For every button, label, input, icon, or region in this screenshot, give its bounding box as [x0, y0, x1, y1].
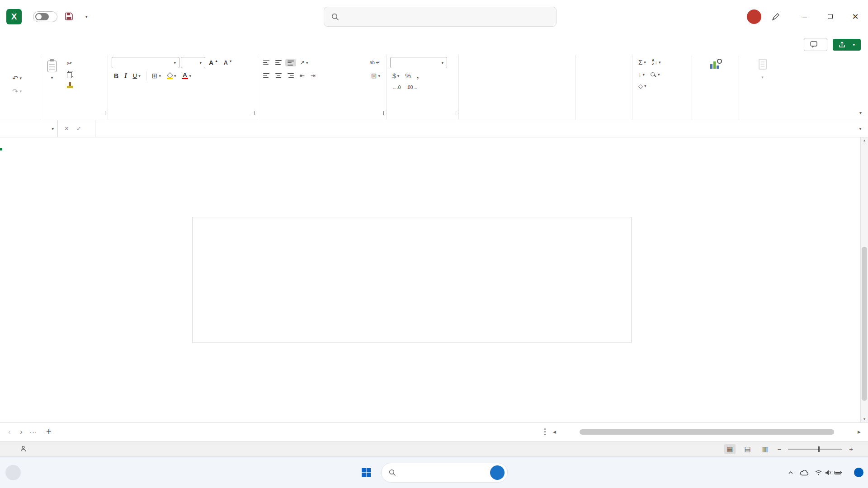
clear-button[interactable]: ◇▾ [636, 82, 649, 90]
undo-button[interactable]: ↶▾ [10, 73, 36, 84]
scroll-down-icon[interactable]: ▼ [863, 418, 866, 421]
scroll-left-icon[interactable]: ◀ [553, 430, 556, 434]
horizontal-scrollbar[interactable]: ◀ ▶ [544, 428, 861, 435]
percent-style-button[interactable]: % [403, 71, 413, 80]
vertical-scroll-thumb[interactable] [862, 247, 867, 401]
orientation-button[interactable]: ↗▾ [297, 58, 310, 67]
comments-button[interactable] [804, 38, 827, 51]
accounting-format-button[interactable]: $▾ [390, 71, 401, 80]
vertical-scrollbar[interactable]: ▲ ▼ [860, 137, 868, 422]
paste-button[interactable]: ▾ [44, 58, 60, 89]
bing-icon[interactable] [490, 465, 505, 480]
increase-indent-button[interactable]: ⇥ [308, 71, 318, 80]
sheet-nav-left-icon[interactable]: ‹ [4, 428, 15, 436]
borders-button[interactable]: ⊞▾ [150, 71, 163, 81]
collapse-ribbon-button[interactable]: ▾ [859, 110, 862, 115]
autosum-button[interactable]: Σ▾ [636, 57, 648, 67]
minimize-button[interactable]: – [792, 0, 817, 33]
widgets-icon[interactable] [5, 465, 21, 480]
share-button[interactable]: ▾ [833, 39, 861, 51]
onedrive-icon[interactable] [800, 469, 809, 476]
autosave-control[interactable] [29, 11, 57, 22]
zoom-slider[interactable] [788, 449, 842, 450]
tray-icon-group[interactable] [815, 469, 842, 476]
notification-badge[interactable] [854, 468, 863, 477]
document-title[interactable]: ▾ [81, 14, 88, 19]
accessibility-status[interactable] [20, 446, 30, 452]
align-left-button[interactable] [261, 72, 272, 80]
align-center-button[interactable] [273, 72, 284, 80]
chevron-down-icon: ▾ [761, 74, 764, 81]
align-top-button[interactable] [261, 59, 272, 66]
number-format-select[interactable]: ▾ [390, 57, 447, 68]
vertical-scroll-track[interactable] [861, 142, 868, 418]
analyze-data-button[interactable] [696, 56, 735, 73]
maximize-button[interactable] [817, 0, 843, 33]
number-dialog-launcher[interactable] [452, 111, 456, 115]
close-button[interactable]: ✕ [843, 0, 868, 33]
increase-decimal-button[interactable]: ←.0 [390, 84, 403, 91]
zoom-out-button[interactable]: – [778, 445, 781, 453]
cancel-icon[interactable]: ✕ [64, 125, 69, 132]
enter-icon[interactable]: ✓ [76, 125, 81, 132]
formula-input[interactable] [95, 120, 853, 137]
sheet-options-icon[interactable] [544, 428, 546, 435]
normal-view-button[interactable]: ▦ [724, 444, 735, 454]
cut-button[interactable]: ✂ [65, 59, 76, 68]
merge-center-button[interactable]: ⊞▾ [369, 71, 382, 81]
page-layout-view-button[interactable]: ▤ [742, 444, 753, 454]
align-right-button[interactable] [285, 72, 296, 80]
fill-color-button[interactable]: ▾ [165, 72, 179, 80]
decrease-indent-button[interactable]: ⇤ [297, 71, 307, 80]
autosave-toggle[interactable] [33, 11, 57, 22]
comma-style-button[interactable]: , [415, 70, 421, 81]
add-sheet-button[interactable]: + [40, 427, 58, 437]
decrease-decimal-button[interactable]: .00→ [404, 84, 420, 91]
sort-filter-button[interactable]: AZ↓▾ [650, 58, 663, 67]
expand-formula-bar-icon[interactable]: ▾ [853, 120, 868, 137]
redo-button[interactable]: ↷▾ [10, 86, 36, 97]
scroll-up-icon[interactable]: ▲ [863, 139, 866, 142]
title-search-box[interactable] [324, 7, 557, 27]
underline-button[interactable]: U▾ [131, 71, 143, 80]
alignment-dialog-launcher[interactable] [380, 111, 384, 115]
scroll-right-icon[interactable]: ▶ [858, 430, 861, 434]
horizontal-scroll-track[interactable] [559, 429, 855, 435]
wrap-text-button[interactable]: ab↵ [368, 59, 382, 66]
font-size-select[interactable]: ▾ [181, 57, 205, 68]
save-icon[interactable] [65, 12, 73, 21]
font-color-button[interactable]: A▾ [180, 71, 194, 80]
chart[interactable] [192, 217, 632, 343]
bold-button[interactable]: B [112, 71, 121, 80]
group-label [743, 115, 782, 120]
fill-button[interactable]: ↓▾ [636, 70, 647, 79]
clipboard-dialog-launcher[interactable] [101, 111, 105, 115]
ribbon-group-styles [458, 55, 575, 120]
fill-handle[interactable] [0, 148, 3, 151]
sensitivity-button[interactable]: ▾ [743, 56, 782, 82]
align-middle-button[interactable] [273, 59, 284, 66]
italic-button[interactable]: I [122, 71, 129, 80]
format-painter-button[interactable] [65, 81, 76, 89]
horizontal-scroll-thumb[interactable] [580, 429, 834, 435]
increase-font-button[interactable]: A▲ [207, 58, 220, 67]
show-hidden-icons-icon[interactable] [788, 470, 794, 475]
find-select-button[interactable]: ▾ [648, 71, 662, 78]
zoom-in-button[interactable]: + [849, 445, 853, 453]
taskbar-search[interactable] [381, 463, 508, 483]
avatar[interactable] [747, 9, 761, 24]
decrease-font-button[interactable]: A▼ [222, 59, 235, 67]
start-button[interactable] [356, 462, 377, 483]
page-break-view-button[interactable]: ▥ [760, 444, 771, 454]
font-family-select[interactable]: ▾ [112, 57, 179, 68]
sheet-list-icon[interactable]: ··· [27, 428, 40, 436]
zoom-slider-thumb[interactable] [818, 446, 820, 452]
pen-icon[interactable] [771, 12, 780, 21]
copy-button[interactable] [65, 70, 76, 79]
font-dialog-launcher[interactable] [250, 111, 255, 115]
align-bottom-button[interactable] [285, 59, 296, 66]
sheet-nav-right-icon[interactable]: › [15, 428, 27, 436]
status-bar: ▦ ▤ ▥ – + [0, 441, 868, 456]
name-box[interactable]: ▾ [0, 120, 58, 137]
excel-app-icon[interactable]: X [6, 9, 22, 24]
